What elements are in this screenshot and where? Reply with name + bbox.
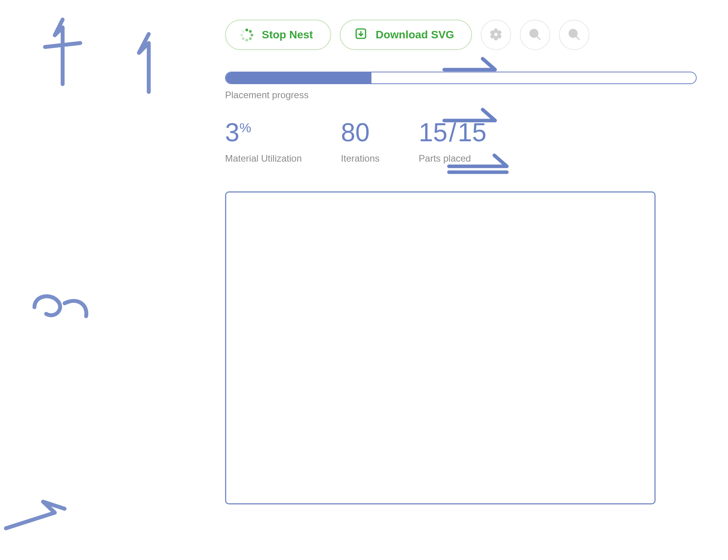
spinner-icon — [240, 28, 253, 41]
progress-section: Placement progress — [225, 72, 697, 101]
part-glyph-one[interactable] — [127, 29, 162, 96]
parts-sidebar — [0, 0, 219, 560]
download-icon — [355, 27, 367, 43]
gear-icon — [489, 28, 503, 42]
progress-fill — [226, 72, 371, 83]
material-utilization-label: Material Utilization — [225, 153, 302, 164]
stop-nest-button[interactable]: Stop Nest — [225, 20, 331, 50]
settings-button[interactable] — [481, 20, 511, 50]
stat-material-utilization: 3% Material Utilization — [225, 119, 302, 164]
svg-line-2 — [537, 36, 540, 39]
stop-nest-label: Stop Nest — [262, 29, 313, 40]
material-utilization-unit: % — [240, 120, 251, 135]
progress-label: Placement progress — [225, 90, 697, 101]
nest-preview[interactable] — [225, 191, 656, 504]
svg-line-6 — [576, 36, 579, 39]
zoom-in-button[interactable] — [520, 20, 550, 50]
part-glyph-five-rot[interactable] — [27, 290, 94, 333]
part-glyph-one-strike[interactable] — [39, 14, 86, 92]
download-svg-label: Download SVG — [376, 29, 454, 40]
main-panel: Stop Nest Download SVG — [225, 20, 703, 504]
stat-parts-placed: 15/15 Parts placed — [419, 119, 487, 164]
zoom-out-icon — [568, 28, 581, 42]
stats-row: 3% Material Utilization 80 Iterations 15… — [225, 119, 703, 164]
zoom-out-button[interactable] — [559, 20, 589, 50]
parts-placed-count: 15 — [419, 118, 447, 147]
iterations-label: Iterations — [341, 153, 380, 164]
parts-placed-total: 15 — [458, 118, 487, 147]
part-glyph-one-rot[interactable] — [0, 497, 70, 540]
parts-placed-label: Parts placed — [419, 153, 487, 164]
material-utilization-value: 3 — [225, 118, 240, 147]
zoom-in-icon — [528, 28, 542, 42]
stat-iterations: 80 Iterations — [341, 119, 380, 164]
iterations-value: 80 — [341, 119, 380, 145]
toolbar: Stop Nest Download SVG — [225, 20, 703, 50]
download-svg-button[interactable]: Download SVG — [340, 20, 472, 50]
progress-bar — [225, 72, 697, 84]
